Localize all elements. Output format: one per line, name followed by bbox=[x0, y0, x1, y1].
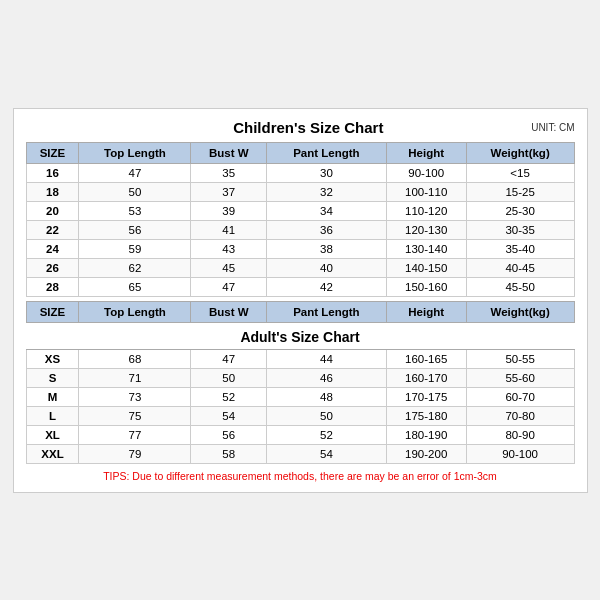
table-cell: 47 bbox=[79, 163, 191, 182]
table-cell: 25-30 bbox=[466, 201, 574, 220]
adult-col-weight: Weight(kg) bbox=[466, 301, 574, 322]
table-cell: 16 bbox=[26, 163, 79, 182]
tips-text: TIPS: Due to different measurement metho… bbox=[103, 470, 497, 482]
table-cell: 24 bbox=[26, 239, 79, 258]
table-cell: 20 bbox=[26, 201, 79, 220]
table-cell: 160-170 bbox=[386, 368, 466, 387]
table-cell: 22 bbox=[26, 220, 79, 239]
table-cell: 36 bbox=[267, 220, 387, 239]
col-top-length: Top Length bbox=[79, 142, 191, 163]
table-cell: 35-40 bbox=[466, 239, 574, 258]
table-cell: 62 bbox=[79, 258, 191, 277]
table-cell: 50 bbox=[267, 406, 387, 425]
col-pant-length: Pant Length bbox=[267, 142, 387, 163]
table-cell: 59 bbox=[79, 239, 191, 258]
table-cell: 32 bbox=[267, 182, 387, 201]
table-cell: 15-25 bbox=[466, 182, 574, 201]
adult-col-top-length: Top Length bbox=[79, 301, 191, 322]
table-cell: 42 bbox=[267, 277, 387, 296]
table-cell: 47 bbox=[191, 349, 267, 368]
chart-container: Children's Size Chart UNIT: CM SIZE Top … bbox=[13, 108, 588, 493]
table-cell: 48 bbox=[267, 387, 387, 406]
table-cell: 55-60 bbox=[466, 368, 574, 387]
unit-label: UNIT: CM bbox=[531, 122, 574, 133]
table-cell: 50 bbox=[79, 182, 191, 201]
table-cell: 140-150 bbox=[386, 258, 466, 277]
table-cell: 45 bbox=[191, 258, 267, 277]
table-cell: <15 bbox=[466, 163, 574, 182]
adult-header-row: SIZE Top Length Bust W Pant Length Heigh… bbox=[26, 301, 574, 322]
table-cell: 79 bbox=[79, 444, 191, 463]
children-size-table: SIZE Top Length Bust W Pant Length Heigh… bbox=[26, 142, 575, 297]
title-row: Children's Size Chart UNIT: CM bbox=[26, 119, 575, 136]
table-cell: 34 bbox=[267, 201, 387, 220]
adult-col-bust-w: Bust W bbox=[191, 301, 267, 322]
table-cell: 50-55 bbox=[466, 349, 574, 368]
adult-chart-title: Adult's Size Chart bbox=[26, 322, 574, 349]
children-chart-title: Children's Size Chart bbox=[86, 119, 532, 136]
table-cell: 54 bbox=[191, 406, 267, 425]
table-cell: 77 bbox=[79, 425, 191, 444]
table-cell: 120-130 bbox=[386, 220, 466, 239]
children-table-row: 28654742150-16045-50 bbox=[26, 277, 574, 296]
table-cell: L bbox=[26, 406, 79, 425]
adults-size-table: Adult's Size Chart SIZE Top Length Bust … bbox=[26, 301, 575, 464]
table-cell: 40-45 bbox=[466, 258, 574, 277]
table-cell: 58 bbox=[191, 444, 267, 463]
table-cell: 52 bbox=[267, 425, 387, 444]
table-cell: XXL bbox=[26, 444, 79, 463]
table-cell: 35 bbox=[191, 163, 267, 182]
table-cell: 43 bbox=[191, 239, 267, 258]
table-cell: 68 bbox=[79, 349, 191, 368]
table-cell: 75 bbox=[79, 406, 191, 425]
tips-row: TIPS: Due to different measurement metho… bbox=[26, 470, 575, 482]
table-cell: 45-50 bbox=[466, 277, 574, 296]
adult-table-row: S715046160-17055-60 bbox=[26, 368, 574, 387]
adult-table-row: L755450175-18070-80 bbox=[26, 406, 574, 425]
children-table-row: 26624540140-15040-45 bbox=[26, 258, 574, 277]
table-cell: 52 bbox=[191, 387, 267, 406]
table-cell: 50 bbox=[191, 368, 267, 387]
table-cell: 47 bbox=[191, 277, 267, 296]
table-cell: 90-100 bbox=[386, 163, 466, 182]
table-cell: 26 bbox=[26, 258, 79, 277]
adult-title-row: Adult's Size Chart bbox=[26, 322, 574, 349]
col-height: Height bbox=[386, 142, 466, 163]
table-cell: 56 bbox=[191, 425, 267, 444]
col-weight: Weight(kg) bbox=[466, 142, 574, 163]
table-cell: 110-120 bbox=[386, 201, 466, 220]
table-cell: 56 bbox=[79, 220, 191, 239]
table-cell: 38 bbox=[267, 239, 387, 258]
table-cell: 18 bbox=[26, 182, 79, 201]
table-cell: 46 bbox=[267, 368, 387, 387]
children-table-row: 20533934110-12025-30 bbox=[26, 201, 574, 220]
table-cell: 39 bbox=[191, 201, 267, 220]
col-bust-w: Bust W bbox=[191, 142, 267, 163]
adult-table-row: XS684744160-16550-55 bbox=[26, 349, 574, 368]
adult-col-size: SIZE bbox=[26, 301, 79, 322]
table-cell: 130-140 bbox=[386, 239, 466, 258]
adult-table-row: XL775652180-19080-90 bbox=[26, 425, 574, 444]
table-cell: M bbox=[26, 387, 79, 406]
children-table-row: 22564136120-13030-35 bbox=[26, 220, 574, 239]
table-cell: 100-110 bbox=[386, 182, 466, 201]
table-cell: S bbox=[26, 368, 79, 387]
table-cell: 73 bbox=[79, 387, 191, 406]
children-table-row: 18503732100-11015-25 bbox=[26, 182, 574, 201]
adult-col-height: Height bbox=[386, 301, 466, 322]
table-cell: 170-175 bbox=[386, 387, 466, 406]
adult-table-row: M735248170-17560-70 bbox=[26, 387, 574, 406]
col-size: SIZE bbox=[26, 142, 79, 163]
table-cell: 44 bbox=[267, 349, 387, 368]
table-cell: 60-70 bbox=[466, 387, 574, 406]
table-cell: 180-190 bbox=[386, 425, 466, 444]
table-cell: 30-35 bbox=[466, 220, 574, 239]
table-cell: 54 bbox=[267, 444, 387, 463]
table-cell: 80-90 bbox=[466, 425, 574, 444]
table-cell: 190-200 bbox=[386, 444, 466, 463]
table-cell: 65 bbox=[79, 277, 191, 296]
table-cell: 40 bbox=[267, 258, 387, 277]
adult-table-row: XXL795854190-20090-100 bbox=[26, 444, 574, 463]
children-table-row: 1647353090-100<15 bbox=[26, 163, 574, 182]
table-cell: 41 bbox=[191, 220, 267, 239]
